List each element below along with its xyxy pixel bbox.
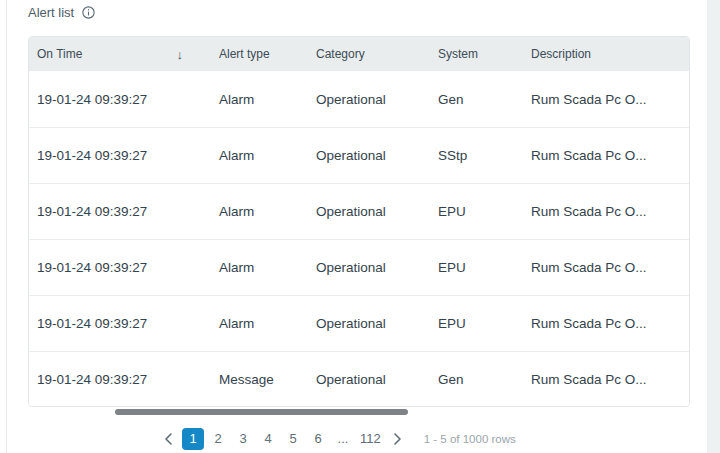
cell-on-time: 19-01-24 09:39:27 bbox=[29, 204, 211, 219]
cell-description: Rum Scada Pc O... bbox=[523, 92, 689, 107]
cell-system: EPU bbox=[430, 260, 523, 275]
cell-on-time: 19-01-24 09:39:27 bbox=[29, 92, 211, 107]
cell-description: Rum Scada Pc O... bbox=[523, 260, 689, 275]
column-label: Category bbox=[316, 47, 365, 61]
cell-alert-type: Alarm bbox=[211, 316, 308, 331]
page-title: Alert list bbox=[28, 5, 74, 20]
column-header-alert-type[interactable]: Alert type bbox=[211, 47, 308, 61]
cell-description: Rum Scada Pc O... bbox=[523, 316, 689, 331]
column-header-description[interactable]: Description bbox=[523, 47, 689, 61]
alert-table: On Time ↓ Alert type Category System Des… bbox=[28, 36, 690, 407]
cell-on-time: 19-01-24 09:39:27 bbox=[29, 372, 211, 387]
column-label: System bbox=[438, 47, 478, 61]
cell-alert-type: Alarm bbox=[211, 92, 308, 107]
table-row[interactable]: 19-01-24 09:39:27 Alarm Operational Gen … bbox=[29, 71, 689, 127]
page-button-5[interactable]: 5 bbox=[282, 428, 304, 450]
pagination: 123456...112 1 - 5 of 1000 rows bbox=[157, 427, 516, 450]
table-row[interactable]: 19-01-24 09:39:27 Alarm Operational EPU … bbox=[29, 183, 689, 239]
column-header-system[interactable]: System bbox=[430, 47, 523, 61]
cell-system: SStp bbox=[430, 148, 523, 163]
panel-divider bbox=[6, 0, 7, 453]
previous-page-icon[interactable] bbox=[157, 428, 179, 450]
cell-alert-type: Alarm bbox=[211, 204, 308, 219]
page-button-1[interactable]: 1 bbox=[182, 428, 204, 450]
cell-system: Gen bbox=[430, 372, 523, 387]
alert-list-header: Alert list bbox=[28, 5, 95, 20]
page-ellipsis: ... bbox=[332, 428, 354, 450]
column-header-on-time[interactable]: On Time ↓ bbox=[29, 47, 211, 62]
cell-category: Operational bbox=[308, 92, 430, 107]
table-row[interactable]: 19-01-24 09:39:27 Message Operational Ge… bbox=[29, 351, 689, 407]
page-button-4[interactable]: 4 bbox=[257, 428, 279, 450]
cell-description: Rum Scada Pc O... bbox=[523, 372, 689, 387]
info-icon[interactable] bbox=[82, 6, 95, 19]
page-button-2[interactable]: 2 bbox=[207, 428, 229, 450]
cell-description: Rum Scada Pc O... bbox=[523, 148, 689, 163]
page-button-3[interactable]: 3 bbox=[232, 428, 254, 450]
cell-description: Rum Scada Pc O... bbox=[523, 204, 689, 219]
table-header-row: On Time ↓ Alert type Category System Des… bbox=[29, 37, 689, 71]
table-body: 19-01-24 09:39:27 Alarm Operational Gen … bbox=[29, 71, 689, 407]
cell-category: Operational bbox=[308, 372, 430, 387]
cell-category: Operational bbox=[308, 260, 430, 275]
page-buttons: 123456...112 bbox=[182, 428, 384, 450]
page-button-6[interactable]: 6 bbox=[307, 428, 329, 450]
cell-category: Operational bbox=[308, 316, 430, 331]
cell-on-time: 19-01-24 09:39:27 bbox=[29, 316, 211, 331]
table-row[interactable]: 19-01-24 09:39:27 Alarm Operational SStp… bbox=[29, 127, 689, 183]
column-label: Description bbox=[531, 47, 591, 61]
cell-alert-type: Alarm bbox=[211, 148, 308, 163]
row-range-label: 1 - 5 of 1000 rows bbox=[424, 433, 516, 445]
table-row[interactable]: 19-01-24 09:39:27 Alarm Operational EPU … bbox=[29, 295, 689, 351]
cell-system: Gen bbox=[430, 92, 523, 107]
page-button-112[interactable]: 112 bbox=[357, 428, 384, 450]
cell-system: EPU bbox=[430, 316, 523, 331]
adjacent-panel-edge bbox=[707, 0, 720, 453]
next-page-icon[interactable] bbox=[387, 428, 409, 450]
column-label: Alert type bbox=[219, 47, 270, 61]
cell-on-time: 19-01-24 09:39:27 bbox=[29, 260, 211, 275]
sort-desc-icon: ↓ bbox=[177, 47, 184, 62]
horizontal-scrollbar-thumb[interactable] bbox=[115, 409, 408, 415]
cell-category: Operational bbox=[308, 148, 430, 163]
cell-alert-type: Message bbox=[211, 372, 308, 387]
cell-category: Operational bbox=[308, 204, 430, 219]
column-label: On Time bbox=[37, 47, 82, 61]
table-row[interactable]: 19-01-24 09:39:27 Alarm Operational EPU … bbox=[29, 239, 689, 295]
cell-on-time: 19-01-24 09:39:27 bbox=[29, 148, 211, 163]
cell-alert-type: Alarm bbox=[211, 260, 308, 275]
cell-system: EPU bbox=[430, 204, 523, 219]
column-header-category[interactable]: Category bbox=[308, 47, 430, 61]
